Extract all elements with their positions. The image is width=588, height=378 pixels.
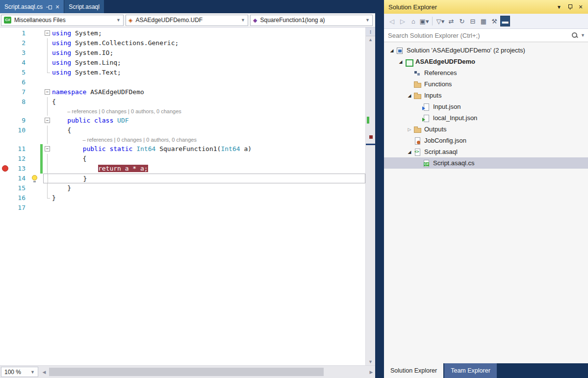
breakpoint-margin[interactable] (0, 97, 12, 107)
expand-expanded-icon[interactable]: ◢ (406, 150, 413, 154)
outlining-margin[interactable]: − (43, 87, 52, 97)
breakpoint-margin[interactable] (0, 107, 12, 116)
tree-item-script-asaql-cs[interactable]: Script.asaql.cs (384, 157, 588, 169)
close-icon[interactable]: × (55, 3, 59, 10)
outlining-margin[interactable]: − (43, 144, 52, 154)
search-icon[interactable] (571, 31, 579, 39)
pending-filter-icon[interactable]: ▽▾ (435, 16, 445, 26)
code-line[interactable]: 1−using System; (0, 28, 365, 38)
breakpoint-margin[interactable] (0, 68, 12, 77)
outlining-margin[interactable] (43, 107, 52, 116)
pin-icon[interactable] (46, 4, 52, 10)
code-line[interactable]: 17 (0, 203, 365, 213)
code-line[interactable]: 16} (0, 193, 365, 203)
tree-item-solution-asaedgeudfdemo-2-projects[interactable]: ◢Solution 'ASAEdgeUDFDemo' (2 projects) (384, 45, 588, 56)
tab-team-explorer[interactable]: Team Explorer (444, 363, 497, 378)
tree-item-jobconfig-json[interactable]: JobConfig.json (384, 135, 588, 146)
refresh-icon[interactable]: ↻ (457, 16, 467, 26)
outlining-margin[interactable] (43, 48, 52, 58)
breakpoint-margin[interactable] (0, 28, 12, 38)
tree-item-asaedgeudfdemo[interactable]: ◢ASAEdgeUDFDemo (384, 56, 588, 67)
code-line[interactable]: 3using System.IO; (0, 48, 365, 58)
tree-item-inputs[interactable]: ◢Inputs (384, 90, 588, 101)
collapse-region-icon[interactable]: − (45, 89, 50, 95)
properties-icon[interactable]: ⚒ (489, 16, 499, 26)
breakpoint-margin[interactable] (0, 183, 12, 193)
outlining-margin[interactable] (43, 164, 52, 174)
horizontal-scrollbar[interactable] (48, 366, 367, 378)
editor-vertical-scrollbar[interactable]: ↕ ▲ ▼ (365, 27, 375, 365)
expand-collapsed-icon[interactable]: ▷ (406, 127, 413, 132)
outlining-margin[interactable] (43, 193, 52, 203)
tab-script-asaql[interactable]: Script.asaql (64, 0, 104, 13)
scrollbar-track[interactable] (366, 43, 375, 358)
outlining-margin[interactable] (43, 203, 52, 213)
pin-icon[interactable] (564, 1, 575, 12)
collapse-region-icon[interactable]: − (45, 118, 50, 123)
code-line[interactable]: 12 { (0, 154, 365, 164)
scrollbar-thumb[interactable] (49, 368, 324, 376)
breakpoint-margin[interactable] (0, 58, 12, 68)
outlining-margin[interactable] (43, 58, 52, 68)
window-position-icon[interactable]: ▼ (554, 1, 564, 12)
back-icon[interactable]: ◁ (387, 16, 397, 26)
outlining-margin[interactable] (43, 126, 52, 135)
code-line[interactable]: 6 (0, 77, 365, 87)
code-line[interactable]: 8{ (0, 97, 365, 107)
code-line[interactable]: 5using System.Text; (0, 68, 365, 77)
breakpoint-margin[interactable] (0, 87, 12, 97)
outlining-margin[interactable]: − (43, 28, 52, 38)
outlining-margin[interactable]: − (43, 116, 52, 126)
expand-expanded-icon[interactable]: ◢ (406, 93, 413, 98)
preview-selected-icon[interactable]: ▬ (500, 16, 510, 26)
expand-expanded-icon[interactable]: ◢ (388, 48, 396, 53)
outlining-margin[interactable] (43, 154, 52, 164)
scroll-right-icon[interactable]: ▶ (367, 370, 375, 375)
project-dropdown[interactable]: C# Miscellaneous Files ▼ (1, 15, 124, 26)
codelens-info[interactable]: – references | 0 changes | 0 authors, 0 … (67, 108, 181, 114)
codelens-line[interactable]: – references | 0 changes | 0 authors, 0 … (0, 135, 365, 144)
breakpoint-margin[interactable] (0, 144, 12, 154)
code-line[interactable]: 10 { (0, 126, 365, 135)
new-item-icon[interactable]: ▣▾ (419, 16, 429, 26)
collapse-all-icon[interactable]: ⊟ (468, 16, 478, 26)
code-line[interactable]: 4using System.Linq; (0, 58, 365, 68)
code-line[interactable]: 11− public static Int64 SquareFunction1(… (0, 144, 365, 154)
collapse-region-icon[interactable]: − (45, 146, 50, 151)
breakpoint-margin[interactable] (0, 135, 12, 144)
sync-active-icon[interactable]: ⇄ (446, 16, 456, 26)
scroll-up-icon[interactable]: ▲ (366, 36, 375, 43)
scroll-down-icon[interactable]: ▼ (366, 358, 375, 365)
code-line[interactable]: 7−namespace ASAEdgeUDFDemo (0, 87, 365, 97)
forward-icon[interactable]: ▷ (398, 16, 408, 26)
quick-actions-lightbulb-icon[interactable] (32, 175, 37, 180)
breakpoint-margin[interactable] (0, 174, 12, 183)
code-line[interactable]: 15 } (0, 183, 365, 193)
breakpoint-margin[interactable] (0, 116, 12, 126)
outlining-margin[interactable] (43, 38, 52, 48)
code-editor[interactable]: 1−using System;2using System.Collections… (0, 27, 375, 365)
expand-expanded-icon[interactable]: ◢ (397, 59, 405, 64)
outlining-margin[interactable] (43, 135, 52, 144)
tree-item-outputs[interactable]: ▷Outputs (384, 124, 588, 135)
breakpoint-margin[interactable] (0, 126, 12, 135)
split-editor-handle[interactable]: ↕ (366, 27, 375, 36)
tree-item-input-json[interactable]: Input.json (384, 101, 588, 112)
code-line[interactable]: 13 return a * a; (0, 164, 365, 174)
outlining-margin[interactable] (44, 174, 52, 183)
tree-item-functions[interactable]: Functions (384, 78, 588, 90)
chevron-down-icon[interactable]: ▼ (581, 33, 585, 38)
outlining-margin[interactable] (43, 183, 52, 193)
breakpoint-margin[interactable] (0, 154, 12, 164)
breakpoint-indicator[interactable] (2, 165, 8, 172)
breakpoint-margin[interactable] (0, 203, 12, 213)
scroll-left-icon[interactable]: ◀ (40, 370, 48, 375)
zoom-dropdown[interactable]: 100 % ▼ (1, 367, 38, 377)
code-line[interactable]: 9− public class UDF (0, 116, 365, 126)
code-line[interactable]: 14 } (0, 174, 365, 183)
member-dropdown[interactable]: ◆ SquareFunction1(long a) ▼ (250, 15, 373, 26)
breakpoint-margin[interactable] (0, 77, 12, 87)
codelens-info[interactable]: – references | 0 changes | 0 authors, 0 … (82, 137, 197, 143)
show-all-files-icon[interactable]: ▦ (479, 16, 488, 26)
breakpoint-margin[interactable] (0, 193, 12, 203)
